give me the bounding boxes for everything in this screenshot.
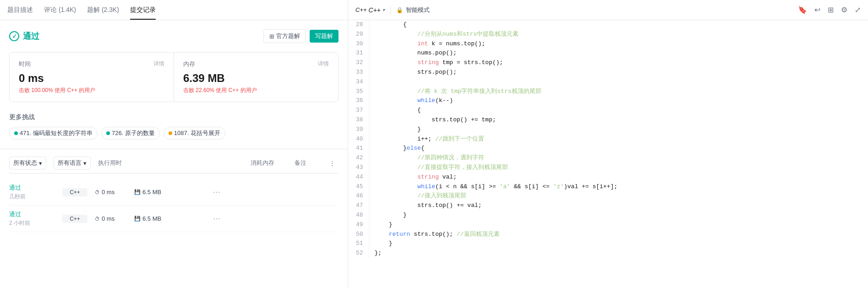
language-filter[interactable]: 所有语言 ▾ (54, 157, 91, 169)
line-code-45: while(i < n && s[i] >= 'a' && s[i] <= 'z… (369, 182, 868, 192)
line-code-44: string val; (369, 173, 868, 182)
line-number-52: 52 (348, 249, 369, 258)
sub-exec-0: ⏱ 0 ms (95, 189, 127, 196)
lock-icon: 🔒 (396, 7, 403, 13)
line-code-41: }else{ (369, 144, 868, 153)
code-line-28: 28 { (348, 20, 868, 30)
sub-more-0[interactable]: ⋯ (213, 188, 220, 196)
more-challenges-title: 更多挑战 (9, 113, 338, 121)
pass-icon (9, 31, 19, 41)
toolbar-separator (390, 5, 391, 15)
book-icon: ⊞ (269, 33, 274, 40)
challenge-tag-1[interactable]: 726. 原子的数量 (101, 127, 160, 140)
time-label-row: 时间 详情 (19, 60, 164, 68)
tab-comments[interactable]: 评论 (1.4K) (44, 6, 76, 20)
line-code-33: strs.pop(); (369, 68, 868, 77)
line-code-36: while(k--) (369, 96, 868, 106)
bookmark-icon[interactable]: 🔖 (798, 5, 807, 14)
code-line-38: 38 strs.top() += tmp; (348, 115, 868, 125)
stats-row: 时间 详情 0 ms 击败 100.00% 使用 C++ 的用户 内存 详情 6… (9, 52, 338, 102)
expand-icon[interactable]: ⤢ (855, 5, 861, 14)
mem-col-header: 消耗内存 (251, 159, 287, 167)
line-code-28: { (369, 20, 868, 30)
smart-mode-label: 智能模式 (406, 6, 430, 14)
line-number-43: 43 (348, 163, 369, 173)
sub-lang-0: C++ (62, 188, 87, 196)
line-code-32: string tmp = strs.top(); (369, 58, 868, 68)
line-code-48: } (369, 211, 868, 220)
line-number-37: 37 (348, 106, 369, 115)
code-toolbar: C++ C++ ▾ 🔒 智能模式 🔖 ↩ ⊞ ⚙ ⤢ (348, 0, 868, 20)
line-number-36: 36 (348, 96, 369, 106)
lang-name: C++ (369, 6, 381, 14)
pass-actions: ⊞ 官方题解 写题解 (263, 29, 338, 43)
line-number-45: 45 (348, 182, 369, 192)
sub-status-0: 通过 几秒前 (9, 184, 55, 201)
pass-text: 通过 (23, 31, 39, 42)
write-solution-button[interactable]: 写题解 (310, 30, 338, 43)
more-challenges: 更多挑战 471. 编码最短长度的字符串 726. 原子的数量 1087. 花括… (9, 113, 338, 140)
sub-pass-text-0[interactable]: 通过 (9, 184, 21, 191)
status-filter[interactable]: 所有状态 ▾ (9, 157, 46, 169)
line-code-40: i++; //跳到下一个位置 (369, 135, 868, 144)
tag-label-1: 726. 原子的数量 (112, 129, 155, 137)
chevron-down-icon-2: ▾ (83, 160, 87, 167)
line-number-28: 28 (348, 20, 369, 30)
line-code-35: //将 k 次 tmp字符串接入到strs栈顶的尾部 (369, 87, 868, 97)
code-line-50: 50 return strs.top(); //返回栈顶元素 (348, 230, 868, 239)
code-line-52: 52}; (348, 249, 868, 258)
line-number-31: 31 (348, 49, 369, 58)
time-value: 0 ms (19, 72, 164, 85)
sub-time-ago-0: 几秒前 (9, 193, 55, 201)
line-code-39: } (369, 125, 868, 135)
code-line-32: 32 string tmp = strs.top(); (348, 58, 868, 68)
tab-description[interactable]: 题目描述 (7, 6, 33, 20)
tab-solutions[interactable]: 题解 (2.3K) (87, 6, 119, 20)
submissions-list: 通过 几秒前 C++ ⏱ 0 ms 💾 6.5 MB ⋯ 通过 2 小时 (9, 179, 338, 232)
toolbar-right: 🔖 ↩ ⊞ ⚙ ⤢ (798, 5, 861, 14)
divider (0, 149, 348, 149)
tag-dot-0 (14, 131, 18, 135)
sub-lang-1: C++ (62, 215, 87, 223)
submission-row-1: 通过 2 小时前 C++ ⏱ 0 ms 💾 6.5 MB ⋯ (9, 206, 338, 232)
time-label: 时间 (19, 60, 31, 68)
code-line-43: 43 //直接提取字符，接入到栈顶尾部 (348, 163, 868, 173)
sub-exec-1: ⏱ 0 ms (95, 215, 127, 222)
line-number-50: 50 (348, 230, 369, 239)
code-line-48: 48 } (348, 211, 868, 220)
sub-more-1[interactable]: ⋯ (213, 214, 220, 223)
language-selector[interactable]: C++ C++ ▾ (355, 6, 385, 14)
code-table: 28 {29 //分别从nums和strs中提取栈顶元素30 int k = n… (348, 20, 868, 258)
memory-stat-card: 内存 详情 6.39 MB 击败 22.60% 使用 C++ 的用户 (174, 53, 338, 102)
challenge-tag-0[interactable]: 471. 编码最短长度的字符串 (9, 127, 98, 140)
code-editor: 28 {29 //分别从nums和strs中提取栈顶元素30 int k = n… (348, 20, 868, 288)
time-detail-link[interactable]: 详情 (153, 60, 164, 68)
undo-icon[interactable]: ↩ (814, 5, 820, 14)
code-line-40: 40 i++; //跳到下一个位置 (348, 135, 868, 144)
sub-pass-text-1[interactable]: 通过 (9, 211, 21, 217)
sub-mem-1: 💾 6.5 MB (134, 215, 171, 222)
pass-banner: 通过 ⊞ 官方题解 写题解 (9, 29, 338, 43)
line-number-39: 39 (348, 125, 369, 135)
settings-icon[interactable]: ⚙ (841, 5, 847, 14)
smart-mode-toggle[interactable]: 🔒 智能模式 (396, 6, 430, 14)
code-line-39: 39 } (348, 125, 868, 135)
line-code-30: int k = nums.top(); (369, 39, 868, 49)
line-code-50: return strs.top(); //返回栈顶元素 (369, 230, 868, 239)
line-code-42: //第四种情况，遇到字符 (369, 153, 868, 163)
line-code-37: { (369, 106, 868, 115)
tag-label-0: 471. 编码最短长度的字符串 (20, 129, 93, 137)
code-line-36: 36 while(k--) (348, 96, 868, 106)
line-number-44: 44 (348, 173, 369, 182)
mem-detail-link[interactable]: 详情 (318, 60, 329, 68)
time-beat: 击败 100.00% 使用 C++ 的用户 (19, 87, 164, 94)
grid-icon[interactable]: ⊞ (828, 5, 834, 14)
line-number-33: 33 (348, 68, 369, 77)
challenge-tag-2[interactable]: 1087. 花括号展开 (164, 127, 225, 140)
chevron-down-icon: ▾ (39, 160, 42, 167)
line-code-51: } (369, 239, 868, 249)
official-solution-button[interactable]: ⊞ 官方题解 (263, 29, 306, 43)
note-col-header: 备注 (295, 159, 322, 167)
tab-submissions[interactable]: 提交记录 (130, 6, 156, 20)
left-panel: 题目描述 评论 (1.4K) 题解 (2.3K) 提交记录 通过 ⊞ 官方题解 … (0, 0, 348, 288)
